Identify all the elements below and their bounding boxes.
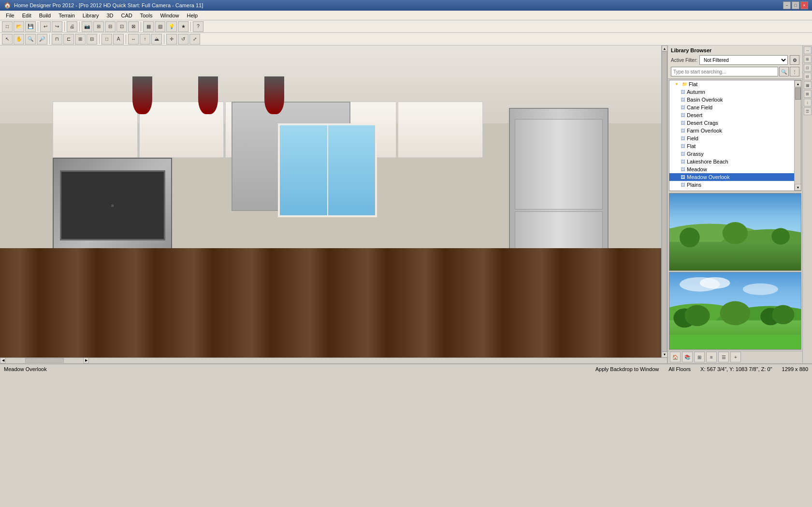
zoom-out-tool[interactable]: 🔎 [37,34,47,45]
tree-item-desert[interactable]: 🖼 Desert [669,111,801,119]
hscroll-thumb[interactable] [25,358,64,363]
tree-item-desert-crags[interactable]: 🖼 Desert Crags [669,119,801,127]
mini-btn-7[interactable]: ↕ [804,99,812,106]
viewport-vertical-scrollbar[interactable]: ▲ ▼ [661,45,667,358]
menu-window[interactable]: Window [156,12,183,19]
open-button[interactable]: 📂 [14,21,24,32]
mini-btn-5[interactable]: ▦ [804,81,812,89]
mini-btn-8[interactable]: ☰ [804,107,812,115]
help-btn[interactable]: ? [193,21,203,32]
window-tool[interactable]: ⊞ [75,34,86,45]
item-icon-desert: 🖼 [679,112,686,119]
light-button[interactable]: 💡 [166,21,177,32]
tree-item-farm-overlook[interactable]: 🖼 Farm Overlook [669,127,801,134]
redo-button[interactable]: ↪ [52,21,62,32]
render-button[interactable]: ★ [178,21,188,32]
mini-btn-2[interactable]: ⊞ [804,55,812,63]
search-button[interactable]: 🔍 [779,67,789,76]
hscroll-left-arrow[interactable]: ◀ [0,358,6,363]
library-tree[interactable]: ▼ 📁 Flat 🖼 Autumn 🖼 Basin Overlook 🖼 Can… [669,80,801,191]
menu-terrain[interactable]: Terrain [55,12,79,19]
zoom-in-tool[interactable]: 🔍 [25,34,36,45]
tree-label-flat: Flat [687,143,696,149]
menu-cad[interactable]: CAD [117,12,136,19]
text-tool[interactable]: A [113,34,124,45]
save-button[interactable]: 💾 [25,21,36,32]
material-button[interactable]: ▦ [143,21,154,32]
menu-build[interactable]: Build [35,12,55,19]
tree-item-autumn[interactable]: 🖼 Autumn [669,88,801,96]
minimize-button[interactable]: − [783,1,791,9]
tree-item-grassy[interactable]: 🖼 Grassy [669,150,801,158]
select-tool[interactable]: ↖ [2,34,13,45]
mini-btn-6[interactable]: ⊠ [804,90,812,98]
new-button[interactable]: □ [2,21,13,32]
fridge-top-door [515,119,602,209]
lib-add-btn[interactable]: + [730,352,741,362]
scale-tool[interactable]: ⤢ [189,34,200,45]
tree-item-prairie[interactable]: 🖼 Prairie [669,189,801,191]
hscroll-right-arrow[interactable]: ▶ [83,358,89,363]
filter-button[interactable]: ⚙ [790,55,799,65]
wall-tool[interactable]: ⊓ [52,34,62,45]
library-title: Library Browser [671,47,799,53]
room-tool[interactable]: □ [102,34,112,45]
rotate-tool[interactable]: ↺ [178,34,188,45]
mini-btn-1[interactable]: ↔ [804,46,812,54]
tree-item-flat-folder[interactable]: ▼ 📁 Flat [669,80,801,88]
door-tool[interactable]: ⊏ [63,34,74,45]
tree-item-plains[interactable]: 🖼 Plains [669,181,801,189]
preview-image-top[interactable] [669,193,801,271]
perspective-button[interactable]: ⊠ [128,21,139,32]
print-button[interactable]: 🖨 [67,21,77,32]
elevation-button[interactable]: ⊟ [105,21,116,32]
tree-item-lakeshore[interactable]: 🖼 Lakeshore Beach [669,158,801,165]
tree-scroll-thumb[interactable] [795,88,801,100]
tree-item-field[interactable]: 🖼 Field [669,134,801,142]
menu-edit[interactable]: Edit [18,12,35,19]
tree-scroll-down[interactable]: ▼ [795,184,801,191]
tree-item-cane-field[interactable]: 🖼 Cane Field [669,104,801,111]
lib-list-btn[interactable]: ≡ [706,352,717,362]
3d-button[interactable]: ⊡ [116,21,127,32]
tree-item-basin-overlook[interactable]: 🖼 Basin Overlook [669,96,801,104]
tree-scroll-track[interactable] [795,87,801,184]
filter-select[interactable]: Not Filtered [699,55,788,65]
3d-viewport[interactable]: ■ [0,45,661,358]
menu-file[interactable]: File [2,12,18,19]
terrain-tool[interactable]: ⛰ [151,34,162,45]
search-input[interactable] [671,67,778,76]
tree-item-meadow-overlook[interactable]: 🖼 Meadow Overlook [669,173,801,181]
maximize-button[interactable]: □ [792,1,799,9]
preview-image-bottom[interactable] [669,272,801,350]
camera-button[interactable]: 📷 [82,21,92,32]
menu-library[interactable]: Library [79,12,103,19]
scroll-up-arrow[interactable]: ▲ [662,45,667,51]
menu-help[interactable]: Help [183,12,202,19]
dimension-tool[interactable]: ↔ [128,34,139,45]
menu-tools[interactable]: Tools [136,12,157,19]
pan-tool[interactable]: ✋ [14,34,24,45]
lib-grid-btn[interactable]: ⊞ [694,352,705,362]
tree-item-flat[interactable]: 🖼 Flat [669,142,801,150]
floor-plan-button[interactable]: ⊞ [93,21,104,32]
scroll-down-arrow[interactable]: ▼ [662,352,667,358]
scroll-thumb[interactable] [662,51,667,352]
tree-scroll-up[interactable]: ▲ [795,80,801,87]
lib-catalog-btn[interactable]: 📚 [682,352,693,362]
mini-btn-4[interactable]: ⊟ [804,73,812,80]
item-icon-lakeshore: 🖼 [679,158,686,165]
viewport-horizontal-scrollbar[interactable]: ◀ ▶ [0,358,667,363]
search-options-button[interactable]: ⋮ [790,67,799,76]
stair-tool[interactable]: ⊟ [87,34,97,45]
tree-item-meadow[interactable]: 🖼 Meadow [669,165,801,173]
lib-detail-btn[interactable]: ☰ [718,352,729,362]
move-tool[interactable]: ✛ [166,34,177,45]
texture-button[interactable]: ▧ [155,21,165,32]
elevation-marker[interactable]: ↑ [140,34,150,45]
mini-btn-3[interactable]: ⊡ [804,64,812,72]
close-button[interactable]: × [800,1,808,9]
menu-3d[interactable]: 3D [102,12,117,19]
lib-home-btn[interactable]: 🏠 [670,352,681,362]
undo-button[interactable]: ↩ [40,21,51,32]
